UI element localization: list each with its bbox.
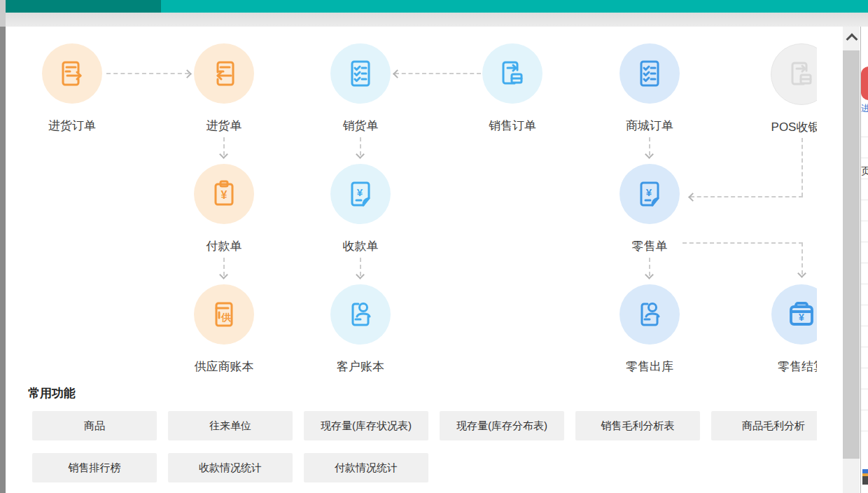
flow-node-mall-order[interactable]: 商城订单 [597, 43, 702, 134]
clipboard-yuan-icon: ¥ [207, 177, 241, 211]
toolbar-strip [6, 13, 868, 27]
business-flow-panel: 进货订单 进货单 销货单 销售订单 [6, 27, 817, 493]
common-functions-title: 常用功能 [28, 385, 76, 401]
scrollbar-up-button[interactable] [843, 27, 860, 48]
flow-node-label: 零售出库 [626, 359, 673, 375]
checklist-icon [344, 57, 377, 90]
arrowhead-down-icon [645, 150, 654, 159]
scrollbar-thumb[interactable] [843, 50, 860, 459]
fn-stock-distribution-button[interactable]: 现存量(库存分布表) [440, 411, 564, 440]
flow-node-receipt-slip[interactable]: ¥ 收款单 [308, 164, 413, 254]
connector-pos-down [802, 138, 803, 197]
connector-retail-slip-right [682, 242, 803, 244]
connector-sales-order-to-receipt [395, 73, 481, 74]
fn-contacts-button[interactable]: 往来单位 [168, 411, 293, 440]
flow-node-label: 客户账本 [337, 359, 384, 375]
checklist-icon [633, 57, 666, 90]
flow-node-pos-cashier[interactable]: POS收银台 [749, 43, 817, 135]
chevron-up-icon [846, 34, 858, 46]
app-window: 进货订单 进货单 销货单 销售订单 [0, 0, 868, 493]
flow-node-label: 零售结算 [778, 359, 817, 375]
fn-stock-status-button[interactable]: 现存量(库存状况表) [304, 411, 428, 440]
svg-text:¥: ¥ [799, 312, 804, 323]
doc-transfer-icon [496, 57, 529, 90]
window-left-edge [0, 27, 6, 493]
arrowhead-down-icon [356, 270, 365, 279]
background-text-fragment: 页 [861, 165, 868, 178]
flow-node-label: 收款单 [343, 238, 379, 254]
background-mini-icon [862, 469, 868, 485]
arrowhead-down-icon [219, 270, 228, 279]
background-page-sliver: 进 页 [860, 27, 868, 493]
top-teal-bar-dark-segment [6, 0, 161, 13]
flow-node-customer-ledger[interactable]: 客户账本 [308, 284, 413, 375]
svg-text:¥: ¥ [357, 186, 363, 198]
vertical-scrollbar[interactable] [843, 27, 860, 493]
fn-sales-gross-profit-button[interactable]: 销售毛利分析表 [575, 411, 700, 440]
ledger-supplier-icon: 供 [207, 298, 241, 331]
flow-node-label: 供应商账本 [195, 359, 254, 375]
flow-node-payment-slip[interactable]: ¥ 付款单 [172, 164, 276, 254]
flow-node-sales-receipt[interactable]: 销货单 [308, 43, 413, 134]
flow-node-sales-order[interactable]: 销售订单 [460, 43, 565, 134]
fn-payment-stats-button[interactable]: 付款情况统计 [304, 453, 428, 482]
note-yuan-icon: ¥ [633, 177, 666, 211]
background-red-badge [861, 67, 868, 100]
flow-node-supplier-ledger[interactable]: 供 供应商账本 [172, 284, 276, 375]
flow-node-purchase-receipt[interactable]: 进货单 [172, 43, 276, 134]
doc-arrow-right-icon [55, 57, 89, 90]
flow-node-retail-settlement[interactable]: ¥ 零售结算 [749, 284, 817, 375]
flow-node-label: 进货单 [206, 118, 242, 134]
note-yuan-icon: ¥ [344, 177, 377, 211]
flow-node-retail-outbound[interactable]: 零售出库 [597, 284, 702, 375]
flow-node-label: 商城订单 [626, 118, 673, 134]
flow-node-label: 销售订单 [489, 118, 536, 134]
flow-node-label: 销货单 [343, 118, 379, 134]
arrowhead-down-icon [797, 269, 806, 278]
window-left-edge-top [0, 0, 6, 27]
arrowhead-down-icon [356, 150, 365, 159]
cashbox-yuan-icon: ¥ [785, 298, 817, 331]
fn-goods-button[interactable]: 商品 [32, 411, 157, 440]
flow-node-retail-slip[interactable]: ¥ 零售单 [597, 164, 702, 254]
flow-node-purchase-order[interactable]: 进货订单 [20, 43, 125, 134]
svg-text:¥: ¥ [221, 189, 227, 201]
top-teal-bar [6, 0, 868, 13]
connector-purchase-order-to-receipt [106, 73, 189, 74]
ledger-customer-icon [344, 298, 377, 331]
svg-text:供: 供 [220, 312, 231, 323]
fn-product-gross-profit-button[interactable]: 商品毛利分析 [711, 411, 817, 440]
fn-receipt-stats-button[interactable]: 收款情况统计 [168, 453, 293, 482]
flow-node-label: POS收银台 [771, 119, 817, 135]
doc-transfer-icon [785, 57, 817, 91]
arrowhead-down-icon [645, 270, 654, 279]
connector-pos-to-retail-slip [690, 196, 803, 197]
background-table-rows [861, 137, 868, 438]
ledger-customer-icon [633, 298, 666, 331]
flow-node-label: 零售单 [632, 238, 668, 254]
fn-sales-ranking-button[interactable]: 销售排行榜 [32, 453, 157, 482]
background-link-fragment: 进 [861, 102, 868, 115]
flow-node-label: 进货订单 [48, 118, 96, 134]
flow-node-label: 付款单 [206, 238, 242, 254]
doc-arrow-left-icon [207, 57, 241, 90]
svg-text:¥: ¥ [646, 186, 652, 198]
arrowhead-down-icon [219, 150, 228, 159]
